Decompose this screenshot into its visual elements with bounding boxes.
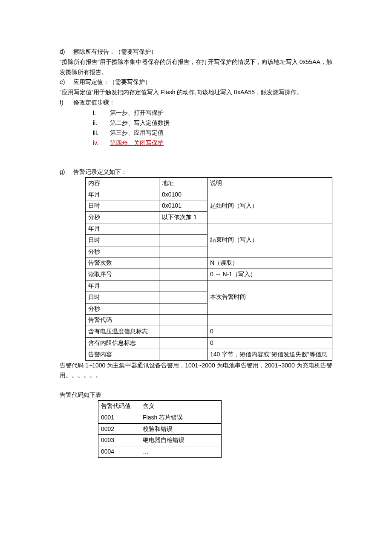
step-text: 第一步、打开写保护 (110, 109, 164, 116)
cell-desc (208, 223, 332, 234)
alarm-code-table: 告警代码值 含义 0001Flash 芯片错误0002校验和错误0003继电器自… (98, 400, 222, 458)
cell-content: 日时 (86, 292, 159, 303)
table-row: 告警内容140 字节，短信内容或“短信发送失败”等信息 (86, 349, 332, 360)
cell-content: 日时 (86, 234, 159, 246)
th-content: 内容 (86, 177, 159, 189)
th-address: 地址 (159, 177, 208, 189)
cell-content: 日时 (86, 200, 159, 212)
table-row: 分秒以下依次加 1 (86, 212, 332, 223)
table-row: 0001Flash 芯片错误 (98, 412, 222, 423)
table-row: 年月 (86, 280, 332, 292)
cell-desc: 0 ～ N-1（写入） (208, 269, 332, 280)
cell-address (159, 292, 208, 303)
item-g-title-text: 告警记录定义如下： (73, 168, 127, 175)
cell-code: 0001 (98, 412, 140, 423)
alarm-code-table-title: 告警代码如下表 (60, 390, 332, 400)
table-row: 0002校验和错误 (98, 423, 222, 435)
cell-address: 0x0100 (159, 189, 208, 200)
table-row: 日时本次告警时间 (86, 292, 332, 303)
cell-desc: 0 (208, 337, 332, 349)
cell-desc: 起始时间（写入） (208, 200, 332, 212)
list-item: i.第一步、打开写保护 (93, 108, 332, 118)
table-row: 0004… (98, 446, 222, 458)
cell-address (159, 280, 208, 292)
table-row: 0003继电器自检错误 (98, 435, 222, 446)
th-desc: 说明 (208, 177, 332, 189)
cell-desc (208, 189, 332, 200)
steps-list: i.第一步、打开写保护 ii.第二步、写入定值数据 iii.第三步、应用写定值 … (60, 108, 332, 148)
item-f-title-text: 修改定值步骤： (73, 99, 115, 106)
step-marker: iv. (93, 138, 110, 148)
cell-content: 告警次数 (86, 257, 159, 269)
item-e-title-text: 应用写定值：（需要写保护） (73, 78, 151, 85)
step-text: 第三步、应用写定值 (110, 129, 164, 136)
table-row: 含有电压温度信息标志0 (86, 326, 332, 338)
step-text: 第四步、关闭写保护 (110, 139, 164, 146)
table-row: 内容 地址 说明 (86, 177, 332, 189)
cell-address: 以下依次加 1 (159, 212, 208, 223)
cell-desc: 140 字节，短信内容或“短信发送失败”等信息 (208, 349, 332, 360)
cell-content: 年月 (86, 223, 159, 234)
item-e-marker: e) (60, 77, 72, 87)
doc-content: d) 擦除所有报告：（需要写保护） “擦除所有报告”用于擦除本集中器保存的所有报… (60, 47, 332, 458)
cell-address: 0x0101 (159, 200, 208, 212)
step-marker: iii. (93, 128, 110, 138)
alarm-table: 内容 地址 说明 年月0x0100日时0x0101起始时间（写入）分秒以下依次加… (85, 177, 332, 361)
cell-desc (208, 212, 332, 223)
table-row: 日时结束时间（写入） (86, 234, 332, 246)
item-f-title: f) 修改定值步骤： (60, 98, 332, 108)
cell-address (159, 269, 208, 280)
cell-address (159, 223, 208, 234)
item-d-body: “擦除所有报告”用于擦除本集中器保存的所有报告，在打开写保护的情况下，向该地址写… (60, 57, 332, 78)
cell-content: 年月 (86, 189, 159, 200)
item-d-title-text: 擦除所有报告：（需要写保护） (73, 48, 157, 55)
table-row: 告警代码 (86, 315, 332, 326)
cell-desc: 0 (208, 326, 332, 338)
table-row: 读取序号0 ～ N-1（写入） (86, 269, 332, 280)
step-marker: i. (93, 108, 110, 118)
cell-address (159, 337, 208, 349)
table-row: 年月 (86, 223, 332, 234)
cell-code: 0003 (98, 435, 140, 446)
table-row: 含有内阻信息标志0 (86, 337, 332, 349)
item-d-title: d) 擦除所有报告：（需要写保护） (60, 47, 332, 57)
cell-content: 分秒 (86, 212, 159, 223)
th-code: 告警代码值 (98, 400, 140, 412)
step-text: 第二步、写入定值数据 (110, 119, 170, 126)
cell-meaning: Flash 芯片错误 (140, 412, 222, 423)
table-row: 告警代码值 含义 (98, 400, 222, 412)
cell-desc: N（读取） (208, 257, 332, 269)
item-e-title: e) 应用写定值：（需要写保护） (60, 77, 332, 87)
item-d-marker: d) (60, 47, 72, 57)
item-g-title: g) 告警记录定义如下： (60, 167, 332, 177)
cell-content: 分秒 (86, 303, 159, 315)
cell-meaning: 继电器自检错误 (140, 435, 222, 446)
cell-content: 告警内容 (86, 349, 159, 360)
cell-address (159, 234, 208, 246)
cell-address (159, 326, 208, 338)
item-g-marker: g) (60, 167, 72, 177)
list-item: iv.第四步、关闭写保护 (93, 138, 332, 148)
cell-content: 含有内阻信息标志 (86, 337, 159, 349)
table-row: 分秒 (86, 303, 332, 315)
cell-address (159, 315, 208, 326)
cell-meaning: … (140, 446, 222, 458)
cell-address (159, 303, 208, 315)
cell-meaning: 校验和错误 (140, 423, 222, 435)
cell-address (159, 257, 208, 269)
table-row: 日时0x0101起始时间（写入） (86, 200, 332, 212)
list-item: iii.第三步、应用写定值 (93, 128, 332, 138)
th-meaning: 含义 (140, 400, 222, 412)
cell-content: 年月 (86, 280, 159, 292)
table-row: 年月0x0100 (86, 189, 332, 200)
cell-code: 0004 (98, 446, 140, 458)
cell-content: 读取序号 (86, 269, 159, 280)
table-row: 分秒 (86, 246, 332, 257)
cell-desc (208, 315, 332, 326)
cell-address (159, 246, 208, 257)
cell-code: 0002 (98, 423, 140, 435)
item-e-body: “应用写定值”用于触发把内存定值写入 Flash 的动作,向该地址写入 0xAA… (60, 87, 332, 98)
alarm-code-note: 告警代码 1~1000 为主集中器通讯设备告警用，1001~2000 为电池串告… (60, 361, 332, 381)
cell-desc: 结束时间（写入） (208, 234, 332, 246)
cell-content: 含有电压温度信息标志 (86, 326, 159, 338)
